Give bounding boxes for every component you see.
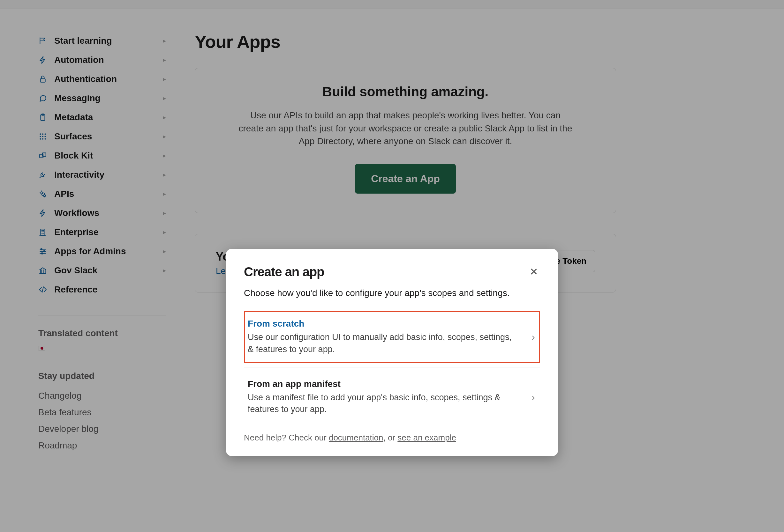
divider xyxy=(244,367,540,367)
documentation-link[interactable]: documentation xyxy=(329,433,383,442)
option-from-scratch-desc: Use our configuration UI to manually add… xyxy=(248,331,519,356)
option-from-scratch-title: From scratch xyxy=(248,319,519,329)
option-from-scratch[interactable]: From scratch Use our configuration UI to… xyxy=(244,311,540,363)
see-example-link[interactable]: see an example xyxy=(397,433,456,442)
option-from-manifest-title: From an app manifest xyxy=(248,379,519,389)
create-app-modal: Create an app ✕ Choose how you'd like to… xyxy=(226,249,558,456)
modal-title: Create an app xyxy=(244,265,324,279)
chevron-right-icon: › xyxy=(532,331,535,343)
option-from-manifest[interactable]: From an app manifest Use a manifest file… xyxy=(244,371,540,423)
modal-subtitle: Choose how you'd like to configure your … xyxy=(244,288,540,298)
modal-footer: Need help? Check our documentation, or s… xyxy=(244,433,540,443)
close-button[interactable]: ✕ xyxy=(528,265,540,279)
chevron-right-icon: › xyxy=(532,391,535,403)
option-from-manifest-desc: Use a manifest file to add your app's ba… xyxy=(248,392,519,416)
close-icon: ✕ xyxy=(530,266,538,277)
